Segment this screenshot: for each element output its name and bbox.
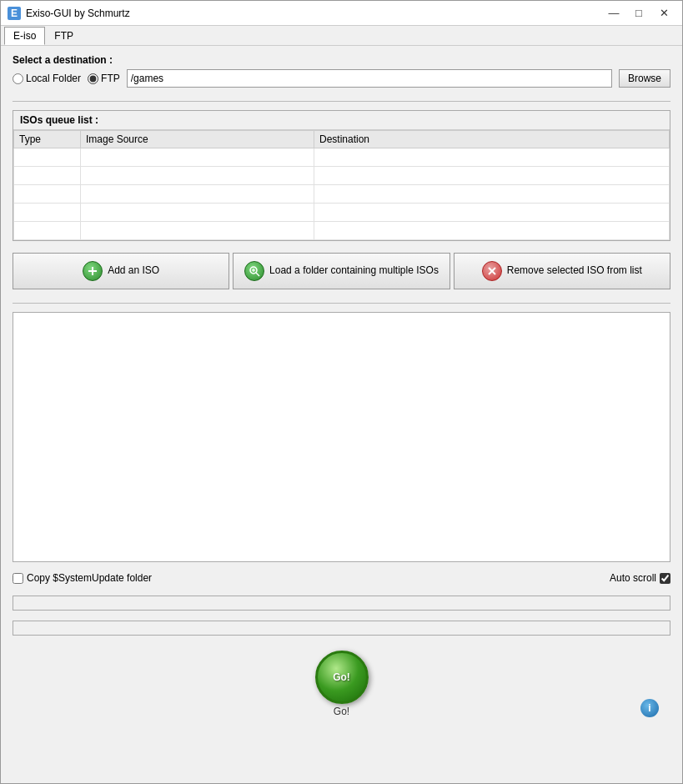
queue-table-head: Type Image Source Destination <box>14 131 670 148</box>
separator-1 <box>13 101 670 102</box>
copy-system-update-label[interactable]: Copy $SystemUpdate folder <box>13 572 152 584</box>
go-label: Go! <box>334 706 349 717</box>
destination-section: Select a destination : Local Folder FTP … <box>13 54 670 93</box>
bottom-controls: Copy $SystemUpdate folder Auto scroll <box>13 569 670 587</box>
remove-iso-icon <box>482 261 502 281</box>
local-folder-radio-label[interactable]: Local Folder <box>13 73 81 84</box>
window-title: Exiso-GUI by Schmurtz <box>26 8 602 19</box>
main-window: E Exiso-GUI by Schmurtz — □ ✕ E-iso FTP … <box>0 0 683 784</box>
queue-section: ISOs queue list : Type Image Source Dest… <box>13 110 670 241</box>
queue-header: ISOs queue list : <box>13 111 670 130</box>
destination-label: Select a destination : <box>13 54 670 66</box>
col-image-source: Image Source <box>81 131 314 148</box>
info-icon[interactable]: i <box>640 699 659 717</box>
table-row <box>14 222 670 240</box>
zoom-icon <box>249 265 260 277</box>
menu-bar: E-iso FTP <box>1 26 682 46</box>
go-btn-wrapper: Go! Go! <box>315 651 369 717</box>
maximize-button[interactable]: □ <box>627 4 650 23</box>
auto-scroll-group: Auto scroll <box>610 572 670 584</box>
destination-row: Local Folder FTP Browse <box>13 69 670 88</box>
add-iso-icon <box>83 261 103 281</box>
minimize-button[interactable]: — <box>602 4 625 23</box>
progress-bar-2 <box>13 621 670 636</box>
path-input[interactable] <box>127 69 612 88</box>
queue-table-body <box>14 148 670 240</box>
remove-iso-button[interactable]: Remove selected ISO from list <box>454 253 670 289</box>
ftp-radio-label[interactable]: FTP <box>88 73 120 84</box>
main-content: Select a destination : Local Folder FTP … <box>1 46 682 783</box>
title-bar-controls: — □ ✕ <box>602 4 675 23</box>
load-folder-icon <box>244 261 264 281</box>
progress-bar-1 <box>13 596 670 611</box>
table-row <box>14 185 670 204</box>
browse-button[interactable]: Browse <box>619 69 670 88</box>
x-icon <box>486 265 498 277</box>
log-area[interactable] <box>13 312 670 562</box>
queue-table: Type Image Source Destination <box>13 130 670 240</box>
app-icon: E <box>8 7 21 20</box>
svg-line-3 <box>256 273 259 276</box>
load-folder-button[interactable]: Load a folder containing multiple ISOs <box>233 253 449 289</box>
tab-ftp[interactable]: FTP <box>45 27 83 45</box>
copy-system-update-checkbox[interactable] <box>13 573 23 584</box>
action-buttons: Add an ISO Load a folder containing mult… <box>13 253 670 289</box>
close-button[interactable]: ✕ <box>652 4 675 23</box>
auto-scroll-label: Auto scroll <box>610 572 656 584</box>
separator-2 <box>13 303 670 304</box>
svg-rect-1 <box>88 270 97 272</box>
auto-scroll-checkbox[interactable] <box>660 573 670 584</box>
col-type: Type <box>14 131 81 148</box>
table-row <box>14 148 670 167</box>
table-row <box>14 204 670 222</box>
ftp-radio[interactable] <box>88 73 98 84</box>
plus-icon <box>87 265 98 277</box>
table-row <box>14 167 670 185</box>
tab-e-iso[interactable]: E-iso <box>4 27 45 45</box>
add-iso-button[interactable]: Add an ISO <box>13 253 229 289</box>
go-button[interactable]: Go! <box>315 651 369 704</box>
title-bar: E Exiso-GUI by Schmurtz — □ ✕ <box>1 1 682 26</box>
col-destination: Destination <box>314 131 670 148</box>
local-folder-radio[interactable] <box>13 73 23 84</box>
go-section: Go! Go! i <box>13 644 670 724</box>
